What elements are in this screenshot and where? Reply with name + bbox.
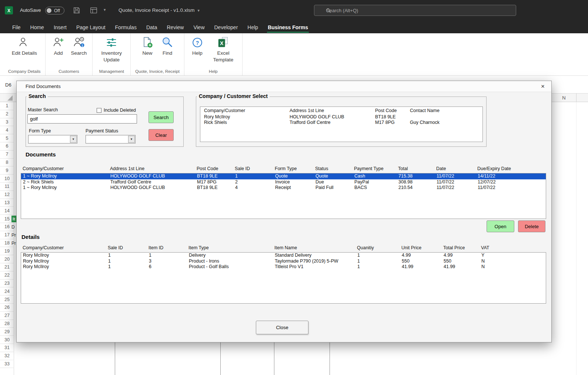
ribbon-button-new[interactable]: New [139,36,156,57]
document-row-2[interactable]: 2 ~ Rick ShielsTrafford Golf CentreM17 8… [21,179,546,185]
dialog-close-icon[interactable]: × [538,82,548,91]
row-header-8[interactable]: 8 [0,159,14,167]
chevron-down-icon[interactable]: ▼ [128,136,135,143]
clear-button[interactable]: Clear [148,129,174,141]
document-title[interactable]: Quote, Invoice Receipt - v1.0.xlsm▾ [118,7,200,13]
document-row-3[interactable]: 1 ~ Rory McIlroyHOLYWOOD GOLF CLUBBT18 9… [21,185,546,191]
search-button[interactable]: Search [148,111,174,123]
cell: HOLYWOOD GOLF CLUB [290,114,375,120]
cell: 715.38 [398,173,437,179]
company-list-headers: Company/CustomerAddress 1st LinePost Cod… [200,107,482,114]
detail-row-1[interactable]: Rory McIlroy11DeliveryStandard Delivery1… [21,253,546,259]
detail-row-3[interactable]: Rory McIlroy16Product - Golf BallsTitlei… [21,264,546,270]
autosave-toggle[interactable]: Off [45,7,64,14]
menu-tab-file[interactable]: File [7,21,26,33]
ribbon-button-label: Find [163,50,172,57]
gridline [274,342,274,375]
row-header-29[interactable]: 29 [0,328,14,336]
row-header-25[interactable]: 25 [0,295,14,304]
workbook-icon[interactable] [90,6,98,14]
cell: HOLYWOOD GOLF CLUB [110,185,197,191]
cell: 4.99 [402,253,444,259]
menu-tab-data[interactable]: Data [141,21,162,33]
row-header-7[interactable]: 7 [0,151,14,159]
row-header-21[interactable]: 21 [0,263,14,271]
gridline [115,342,115,375]
ribbon-button-find[interactable]: Find [159,36,176,57]
sheet-cell-fragment[interactable]: Pr [11,240,16,247]
column-header-n[interactable]: N [552,93,576,102]
menu-tab-page-layout[interactable]: Page Layout [71,21,110,33]
open-button[interactable]: Open [487,220,514,232]
menu-tab-formulas[interactable]: Formulas [110,21,141,33]
ribbon-button-add[interactable]: Add [50,36,67,57]
document-row-1[interactable]: 1 ~ Rory McIlroyHOLYWOOD GOLF CLUBBT18 9… [21,173,546,179]
row-header-27[interactable]: 27 [0,312,14,320]
chevron-down-icon[interactable]: ▼ [70,136,77,143]
menu-tab-help[interactable]: Help [243,21,263,33]
menu-tab-developer[interactable]: Developer [210,21,243,33]
sheet-cell-fragment[interactable]: Pr [11,232,16,239]
row-header-3[interactable]: 3 [0,118,14,126]
menu-tab-review[interactable]: Review [162,21,189,33]
row-header-10[interactable]: 10 [0,175,14,183]
form-type-dropdown[interactable]: ▼ [28,135,77,143]
row-header-26[interactable]: 26 [0,304,14,312]
search-box[interactable]: Search (Alt+Q) [314,5,516,16]
dialog-title: Find Documents [26,84,61,89]
master-search-input[interactable] [27,114,137,124]
row-header-2[interactable]: 2 [0,110,14,118]
menu-tab-business-forms[interactable]: Business Forms [263,21,313,33]
sheet-cell-fragment[interactable]: D [11,224,15,230]
menu-tab-view[interactable]: View [188,21,209,33]
menu-tab-home[interactable]: Home [26,21,49,33]
ribbon-button-search[interactable]: Search [70,36,88,57]
menu-tab-insert[interactable]: Insert [49,21,71,33]
detail-row-2[interactable]: Rory McIlroy13Product - IronsTaylormade … [21,259,546,264]
row-header-4[interactable]: 4 [0,126,14,134]
row-header-20[interactable]: 20 [0,255,14,263]
row-header-1[interactable]: 1 [0,102,14,110]
inventory-icon [105,36,118,49]
excel-logo-icon[interactable]: X [5,6,13,14]
row-header-32[interactable]: 32 [0,352,14,360]
ribbon-button-edit-details[interactable]: Edit Details [11,36,38,57]
quick-access-caret-icon[interactable]: ▾ [104,7,106,12]
cell: Product - Irons [189,259,275,264]
row-header-19[interactable]: 19 [0,247,14,255]
save-icon[interactable] [73,6,81,14]
magnifier-icon [161,36,174,49]
row-header-11[interactable]: 11 [0,183,14,191]
row-header-5[interactable]: 5 [0,134,14,142]
cell: Product - Golf Balls [189,264,275,270]
row-header-33[interactable]: 33 [0,360,14,368]
cell: 6 [149,264,189,270]
row-header-14[interactable]: 14 [0,207,14,215]
close-button[interactable]: Close [256,321,308,334]
delete-button[interactable]: Delete [518,220,545,232]
row-header-12[interactable]: 12 [0,191,14,199]
payment-status-dropdown[interactable]: ▼ [86,135,136,143]
company-row-2[interactable]: Rick ShielsTrafford Golf CentreM17 8PGGu… [200,120,482,125]
row-header-23[interactable]: 23 [0,280,14,288]
ribbon-button-excel-template[interactable]: XExcel Template [209,36,238,64]
row-header-31[interactable]: 31 [0,344,14,352]
select-all-corner[interactable] [7,95,13,101]
company-row-1[interactable]: Rory McIlroyHOLYWOOD GOLF CLUBBT18 9LE [200,114,482,120]
ribbon-button-inventory-update[interactable]: Inventory Update [97,36,126,64]
name-box[interactable]: D6 [5,82,11,88]
row-header-30[interactable]: 30 [0,336,14,344]
row-header-6[interactable]: 6 [0,142,14,151]
row-header-13[interactable]: 13 [0,199,14,207]
row-header-24[interactable]: 24 [0,287,14,295]
search-group: Search Master Search Include Deleted Sea… [26,97,184,147]
row-header-9[interactable]: 9 [0,166,14,175]
cell: 1 [149,253,189,259]
form-type-label: Form Type [29,128,51,134]
sheet-cell-fragment[interactable]: It [11,216,16,222]
row-header-28[interactable]: 28 [0,320,14,328]
include-deleted-checkbox[interactable] [97,108,101,113]
ribbon-button-help[interactable]: ?Help [189,36,206,57]
row-header-22[interactable]: 22 [0,271,14,280]
autosave-state: Off [54,8,60,13]
